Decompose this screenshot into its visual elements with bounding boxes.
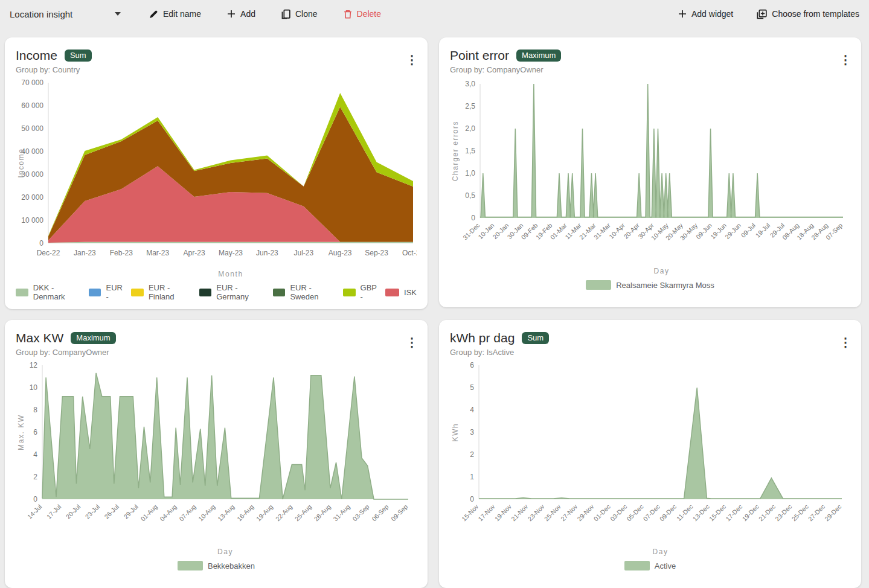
legend-swatch [89, 289, 101, 296]
svg-text:Max. KW: Max. KW [17, 414, 25, 450]
point-error-legend: Realsameie Skarmyra Moss [450, 280, 850, 290]
legend-label: Realsameie Skarmyra Moss [616, 281, 714, 290]
widget-title: kWh pr dag [450, 331, 515, 345]
toolbar: Location insight Edit name Add Clone [0, 0, 869, 28]
widget-title: Income [16, 48, 57, 63]
svg-text:6: 6 [470, 361, 474, 369]
income-legend: DKK - DenmarkEUR -EUR - FinlandEUR - Ger… [16, 283, 417, 301]
svg-text:20-Jul: 20-Jul [64, 503, 82, 520]
add-widget-label: Add widget [691, 9, 733, 19]
templates-icon [756, 9, 768, 19]
svg-text:12: 12 [30, 361, 38, 369]
legend-label: EUR - Finland [149, 283, 193, 301]
svg-text:14-Jul: 14-Jul [26, 503, 43, 520]
legend-item[interactable]: Active [624, 561, 676, 570]
svg-text:27-Dec: 27-Dec [807, 503, 826, 522]
legend-label: EUR - Germany [216, 283, 266, 301]
legend-swatch [199, 289, 212, 296]
svg-text:May-23: May-23 [219, 249, 243, 257]
widget-title: Point error [450, 48, 509, 63]
svg-text:06-Sep: 06-Sep [370, 503, 390, 523]
svg-text:19-Nov: 19-Nov [493, 502, 513, 522]
svg-text:2,5: 2,5 [465, 102, 475, 110]
trash-icon [343, 9, 353, 19]
svg-text:20 000: 20 000 [21, 193, 43, 202]
svg-text:15-Dec: 15-Dec [708, 503, 727, 522]
svg-text:Jul-23: Jul-23 [293, 249, 313, 257]
svg-text:60 000: 60 000 [21, 101, 43, 110]
legend-item[interactable]: EUR - [89, 283, 125, 301]
legend-swatch [16, 289, 28, 296]
edit-name-label: Edit name [163, 9, 201, 19]
svg-text:09-Dec: 09-Dec [658, 503, 678, 522]
svg-text:Day: Day [653, 267, 669, 275]
widget-menu-button[interactable]: ⋮ [406, 338, 418, 347]
svg-text:19-Dec: 19-Dec [740, 503, 760, 522]
svg-text:Jan-23: Jan-23 [74, 249, 96, 257]
svg-text:4: 4 [33, 450, 37, 459]
chevron-down-icon [115, 12, 121, 16]
legend-item[interactable]: EUR - Germany [199, 283, 267, 301]
clone-button[interactable]: Clone [281, 9, 318, 19]
svg-text:23-Nov: 23-Nov [526, 502, 546, 522]
kwh-legend: Active [450, 561, 850, 570]
choose-templates-button[interactable]: Choose from templates [756, 9, 859, 19]
svg-text:10 000: 10 000 [21, 216, 43, 225]
legend-item[interactable]: Bekkebakken [178, 561, 255, 570]
svg-text:19-Aug: 19-Aug [255, 503, 275, 523]
svg-text:1,0: 1,0 [465, 169, 475, 177]
widget-menu-button[interactable]: ⋮ [839, 338, 851, 347]
svg-text:23-Jul: 23-Jul [83, 503, 101, 520]
legend-item[interactable]: EUR - Sweden [273, 283, 337, 301]
widget-menu-button[interactable]: ⋮ [839, 56, 851, 64]
dashboard-selector[interactable]: Location insight [10, 9, 123, 19]
group-by-label: Group by: CompanyOwner [16, 348, 417, 357]
widget-kwh-pr-dag: kWh pr dag Sum Group by: IsActive ⋮ 0123… [439, 320, 861, 588]
svg-text:21-Nov: 21-Nov [510, 502, 530, 522]
kwh-chart: 012345615-Nov17-Nov19-Nov21-Nov23-Nov25-… [450, 359, 850, 557]
svg-text:25-Dec: 25-Dec [790, 503, 809, 522]
edit-name-button[interactable]: Edit name [149, 9, 201, 19]
svg-text:2: 2 [470, 450, 474, 459]
svg-text:0: 0 [39, 239, 43, 248]
svg-text:17-Nov: 17-Nov [476, 502, 496, 522]
add-widget-button[interactable]: Add widget [678, 9, 733, 19]
point-error-chart: 00,51,01,52,02,53,031-Dec10-Jan20-Jan30-… [450, 77, 850, 276]
svg-text:5: 5 [470, 383, 474, 392]
svg-text:27-Nov: 27-Nov [559, 502, 579, 522]
svg-text:2,0: 2,0 [465, 124, 475, 133]
svg-text:01-Aug: 01-Aug [139, 503, 159, 523]
svg-text:Mar-23: Mar-23 [146, 249, 169, 257]
legend-item[interactable]: Realsameie Skarmyra Moss [586, 280, 714, 290]
legend-item[interactable]: ISK [385, 288, 417, 297]
widget-menu-button[interactable]: ⋮ [406, 56, 418, 64]
legend-item[interactable]: GBP - [343, 283, 379, 301]
plus-icon [226, 9, 236, 19]
legend-swatch [385, 289, 399, 296]
dashboard-page: Location insight Edit name Add Clone [0, 0, 869, 588]
svg-text:0: 0 [470, 495, 474, 503]
legend-label: DKK - Denmark [33, 283, 83, 301]
aggregation-badge: Maximum [71, 332, 115, 344]
svg-text:4: 4 [470, 406, 474, 414]
svg-text:16-Aug: 16-Aug [236, 503, 255, 523]
svg-text:23-Dec: 23-Dec [774, 503, 793, 522]
svg-text:0,5: 0,5 [465, 191, 475, 200]
svg-text:Apr-23: Apr-23 [184, 249, 205, 257]
svg-text:17-Jul: 17-Jul [45, 503, 63, 520]
svg-text:07-Aug: 07-Aug [178, 503, 197, 523]
delete-label: Delete [357, 9, 381, 19]
add-button[interactable]: Add [226, 9, 255, 19]
svg-text:Month: Month [218, 270, 243, 278]
legend-item[interactable]: EUR - Finland [131, 283, 193, 301]
group-by-label: Group by: IsActive [450, 348, 850, 357]
legend-item[interactable]: DKK - Denmark [16, 283, 83, 301]
widget-income: Income Sum Group by: Country ⋮ 010 00020… [5, 37, 428, 309]
svg-text:13-Aug: 13-Aug [216, 503, 236, 523]
svg-text:28-Aug: 28-Aug [312, 503, 332, 523]
delete-button[interactable]: Delete [343, 9, 381, 19]
svg-text:Dec-22: Dec-22 [37, 249, 60, 257]
svg-text:31-Mar: 31-Mar [592, 222, 612, 241]
svg-text:26-Jul: 26-Jul [103, 503, 120, 520]
legend-label: Bekkebakken [208, 561, 255, 570]
